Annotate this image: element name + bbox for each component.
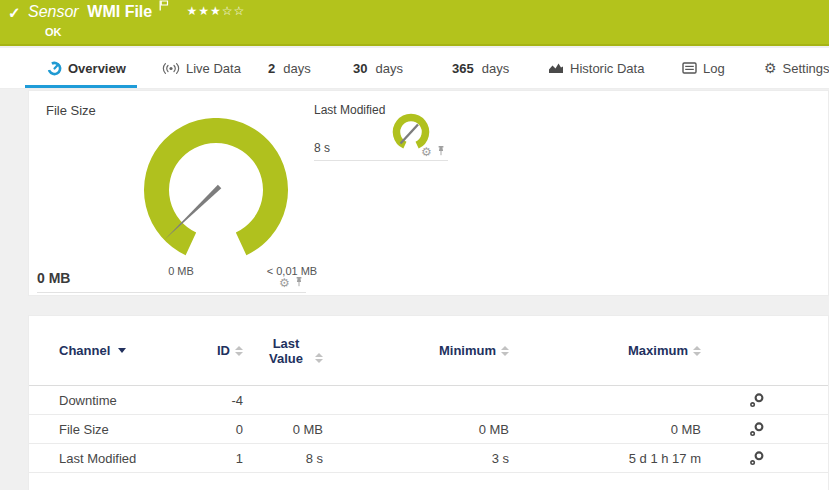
stars-filled: ★★★ [186, 4, 221, 18]
area-chart-icon [548, 62, 564, 74]
tab-2-days[interactable]: 2 days [268, 48, 311, 88]
tab-2-days-number: 2 [268, 61, 275, 76]
column-header-last-value-label: Last Value [262, 336, 310, 366]
tab-live-data[interactable]: Live Data [162, 48, 241, 88]
gauges-panel: File Size 0 MB < 0,01 MB 0 MB ⚙ Last Mod… [28, 90, 829, 296]
gauge-pin-icon[interactable] [294, 275, 304, 290]
last-modified-gauge-tools: ⚙ [421, 144, 446, 159]
last-modified-current-value: 8 s [314, 141, 330, 155]
page-title: WMI File [87, 3, 152, 20]
tab-settings-label: Settings [783, 61, 829, 76]
tab-log-label: Log [703, 61, 725, 76]
table-row-downtime[interactable]: Downtime -4 [29, 386, 828, 415]
tab-30-days[interactable]: 30 days [353, 48, 403, 88]
cell-maximum: 5 d 1 h 17 m [509, 451, 701, 466]
tab-2-days-label: days [283, 61, 310, 76]
file-size-current-value: 0 MB [37, 270, 70, 286]
stars-empty: ☆☆ [222, 4, 246, 18]
file-size-gauge-tools: ⚙ [279, 275, 304, 290]
sensor-title-row: Sensor WMI File ★★★☆☆ [28, 3, 245, 21]
column-header-minimum[interactable]: Minimum [323, 343, 509, 358]
column-header-channel[interactable]: Channel [59, 343, 189, 358]
file-size-gauge-title: File Size [46, 103, 96, 118]
prtg-sensor-page: ✓ Sensor WMI File ★★★☆☆ OK Overview [0, 0, 829, 490]
last-modified-gauge-title: Last Modified [314, 103, 385, 117]
edit-channel-icon[interactable] [749, 392, 765, 408]
cell-id: 1 [189, 451, 243, 466]
channels-table: Channel ID Last Value Minimum Maximum [28, 315, 829, 490]
tab-log[interactable]: Log [682, 48, 725, 88]
gauge-settings-gear-icon[interactable]: ⚙ [279, 277, 290, 289]
tab-bar: Overview Live Data 2 days 30 days [0, 48, 829, 89]
log-icon [682, 62, 697, 74]
gauge-settings-gear-icon[interactable]: ⚙ [421, 146, 432, 158]
column-header-maximum[interactable]: Maximum [509, 343, 701, 358]
column-header-minimum-label: Minimum [439, 343, 496, 358]
table-row-last-modified[interactable]: Last Modified 1 8 s 3 s 5 d 1 h 17 m [29, 444, 828, 473]
priority-stars[interactable]: ★★★☆☆ [186, 4, 245, 18]
tab-historic-data-label: Historic Data [570, 61, 644, 76]
sensor-kind-label: Sensor [28, 3, 79, 20]
file-size-gauge [136, 118, 296, 266]
table-row-file-size[interactable]: File Size 0 0 MB 0 MB 0 MB [29, 415, 828, 444]
tab-settings[interactable]: ⚙ Settings [764, 48, 829, 88]
column-header-id-label: ID [217, 343, 230, 358]
cell-minimum: 3 s [323, 451, 509, 466]
file-size-divider [37, 292, 306, 293]
sort-icon [235, 346, 243, 356]
tab-365-days[interactable]: 365 days [452, 48, 509, 88]
last-modified-divider [314, 160, 448, 161]
column-header-id[interactable]: ID [189, 343, 243, 358]
edit-channel-icon[interactable] [749, 450, 765, 466]
tab-historic-data[interactable]: Historic Data [548, 48, 644, 88]
chevron-down-icon [118, 348, 126, 353]
cell-id: 0 [189, 422, 243, 437]
cell-minimum: 0 MB [323, 422, 509, 437]
gear-icon: ⚙ [764, 61, 777, 75]
cell-last-value: 0 MB [243, 422, 323, 437]
cell-maximum: 0 MB [509, 422, 701, 437]
cell-last-value: 8 s [243, 451, 323, 466]
cell-channel: File Size [59, 422, 189, 437]
tab-live-data-label: Live Data [186, 61, 241, 76]
status-badge: OK [45, 26, 62, 38]
live-data-icon [162, 62, 180, 75]
cell-id: -4 [189, 393, 243, 408]
cell-channel: Last Modified [59, 451, 189, 466]
cell-channel: Downtime [59, 393, 189, 408]
tab-30-days-number: 30 [353, 61, 367, 76]
table-header-row: Channel ID Last Value Minimum Maximum [29, 316, 828, 386]
column-header-channel-label: Channel [59, 343, 110, 358]
sensor-status-bar: ✓ Sensor WMI File ★★★☆☆ OK [0, 0, 829, 46]
priority-flag-icon[interactable] [159, 0, 169, 14]
tab-365-days-number: 365 [452, 61, 474, 76]
file-size-scale-min: 0 MB [146, 265, 216, 277]
active-tab-underline [25, 85, 137, 88]
column-header-last-value[interactable]: Last Value [243, 336, 323, 366]
sort-icon [501, 346, 509, 356]
ok-check-icon: ✓ [8, 4, 21, 22]
column-header-maximum-label: Maximum [628, 343, 688, 358]
edit-channel-icon[interactable] [749, 421, 765, 437]
sort-icon [693, 346, 701, 356]
sort-icon [315, 353, 323, 363]
tab-365-days-label: days [482, 61, 509, 76]
gauge-pin-icon[interactable] [436, 144, 446, 159]
tab-overview[interactable]: Overview [47, 48, 126, 88]
tab-30-days-label: days [375, 61, 402, 76]
gauge-icon [47, 61, 62, 76]
tab-overview-label: Overview [68, 61, 126, 76]
